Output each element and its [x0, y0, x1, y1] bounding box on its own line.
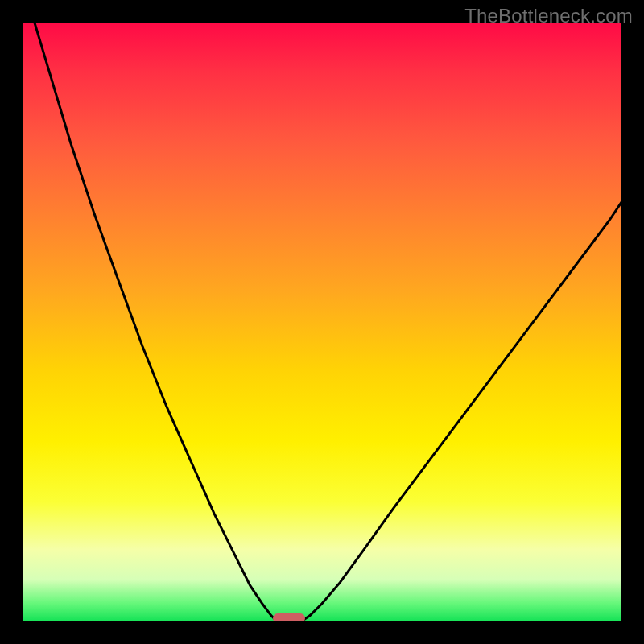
bottleneck-curve	[23, 23, 621, 621]
chart-frame: TheBottleneck.com	[0, 0, 644, 644]
watermark-text: TheBottleneck.com	[464, 5, 633, 27]
optimum-marker	[273, 613, 306, 621]
plot-area	[23, 23, 621, 621]
